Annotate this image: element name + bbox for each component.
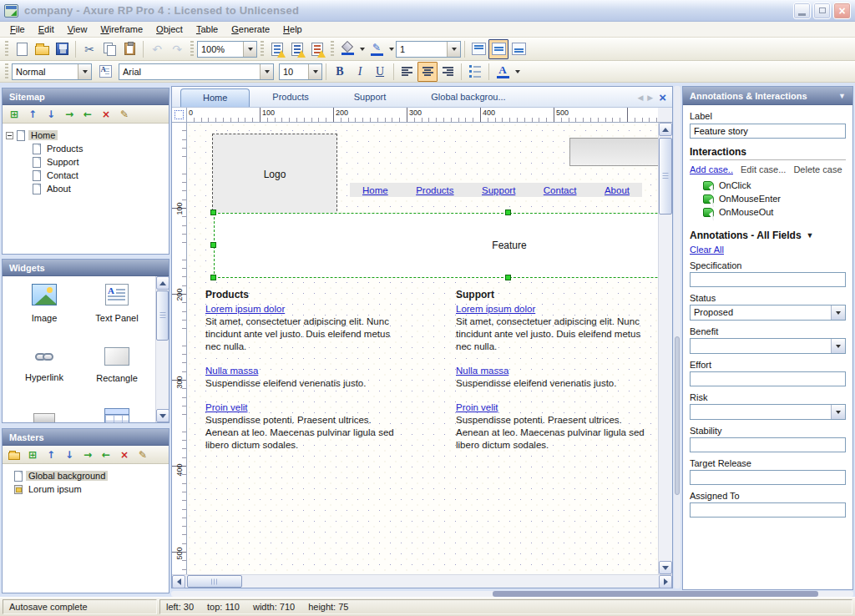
wireframe-canvas[interactable]: Logo Home Products Support Contact About… xyxy=(187,123,658,574)
generate-word-button[interactable] xyxy=(287,39,307,59)
event-onmouseout[interactable]: OnMouseOut xyxy=(703,205,846,219)
menu-generate[interactable]: Generate xyxy=(225,23,276,36)
scroll-down-button[interactable] xyxy=(659,561,672,574)
assigned-to-input[interactable] xyxy=(690,502,846,518)
tab-home[interactable]: Home xyxy=(180,88,250,107)
valign-middle-button[interactable] xyxy=(488,39,508,59)
canvas-horizontal-scrollbar[interactable] xyxy=(172,574,672,588)
products-column[interactable]: Products Lorem ipsum dolor Sit amet, con… xyxy=(205,289,449,462)
move-up-button[interactable]: ↑ xyxy=(24,107,41,122)
wire-link[interactable]: Lorem ipsum dolor xyxy=(456,303,535,316)
nav-link-home[interactable]: Home xyxy=(362,185,388,195)
font-size-combo[interactable]: 10 xyxy=(279,63,322,80)
edit-master-button[interactable]: ✎ xyxy=(134,447,151,462)
logo-placeholder[interactable]: Logo xyxy=(212,134,337,215)
tab-global-background[interactable]: Global backgrou... xyxy=(408,88,528,107)
scrollbar-thumb[interactable] xyxy=(156,290,169,341)
add-master-button[interactable]: ⊞ xyxy=(24,447,41,462)
support-column[interactable]: Support Lorem ipsum dolor Sit amet, cons… xyxy=(456,289,658,462)
selection-handle[interactable] xyxy=(210,242,216,248)
line-width-combo[interactable]: 1 xyxy=(396,41,461,58)
widget-image[interactable]: Image xyxy=(9,283,79,323)
scroll-right-button[interactable] xyxy=(659,575,672,588)
widget-table[interactable] xyxy=(82,406,152,423)
scroll-up-button[interactable] xyxy=(659,123,672,136)
font-color-button[interactable]: A xyxy=(493,62,513,82)
tree-item-contact[interactable]: Contact xyxy=(33,169,165,182)
copy-button[interactable] xyxy=(99,39,119,59)
canvas-vertical-scrollbar[interactable] xyxy=(658,123,672,574)
cut-button[interactable]: ✂ xyxy=(79,39,99,59)
risk-select[interactable] xyxy=(690,404,846,420)
line-color-button[interactable]: ✎ xyxy=(367,39,387,59)
move-down-button[interactable]: ↓ xyxy=(43,107,59,122)
scroll-up-button[interactable] xyxy=(156,276,169,290)
outdent-button[interactable]: ← xyxy=(98,447,114,462)
font-dropdown[interactable] xyxy=(260,64,273,79)
save-button[interactable] xyxy=(52,39,72,59)
nav-link-contact[interactable]: Contact xyxy=(544,185,577,195)
scrollbar-thumb[interactable] xyxy=(493,591,818,597)
line-color-dropdown[interactable] xyxy=(387,40,396,58)
widget-button[interactable] xyxy=(9,408,79,423)
indent-button[interactable]: → xyxy=(79,447,96,462)
bullet-list-button[interactable] xyxy=(465,62,485,82)
nav-link-support[interactable]: Support xyxy=(482,185,515,195)
menu-wireframe[interactable]: Wireframe xyxy=(94,23,149,36)
stability-input[interactable] xyxy=(690,437,846,452)
line-width-dropdown[interactable] xyxy=(447,42,460,57)
wire-link[interactable]: Proin velit xyxy=(205,401,248,414)
close-button[interactable]: × xyxy=(833,3,851,19)
selection-handle[interactable] xyxy=(505,275,511,280)
annotations-scrollbar[interactable] xyxy=(674,86,680,588)
widget-rectangle[interactable]: Rectangle xyxy=(82,345,152,383)
tree-item-support[interactable]: Support xyxy=(33,155,165,169)
tab-scroll-right-button[interactable]: ▶ xyxy=(646,93,654,102)
feature-rectangle-selected[interactable]: Feature xyxy=(214,213,658,278)
scroll-left-button[interactable] xyxy=(172,575,185,588)
gray-rectangle[interactable] xyxy=(569,138,658,166)
widget-hyperlink[interactable]: Hyperlink xyxy=(9,345,79,382)
valign-top-button[interactable] xyxy=(468,39,488,59)
minimize-button[interactable] xyxy=(793,3,811,19)
wire-link[interactable]: Nulla massa xyxy=(205,365,258,377)
nav-link-about[interactable]: About xyxy=(605,185,630,195)
style-combo[interactable]: Normal xyxy=(12,63,92,80)
scrollbar-thumb[interactable] xyxy=(675,336,680,495)
tree-item-products[interactable]: Products xyxy=(33,142,165,155)
tree-item-about[interactable]: About xyxy=(33,182,165,195)
redo-button[interactable]: ↷ xyxy=(167,39,187,59)
master-item-lorum-ipsum[interactable]: Lorum ipsum xyxy=(14,482,165,496)
delete-master-button[interactable]: × xyxy=(116,447,133,462)
tab-support[interactable]: Support xyxy=(331,88,409,107)
chevron-down-icon[interactable]: ▼ xyxy=(807,231,814,240)
menu-file[interactable]: File xyxy=(3,23,32,36)
selection-handle[interactable] xyxy=(505,210,511,215)
text-panel-style-button[interactable]: A xyxy=(95,62,115,82)
fill-color-dropdown[interactable] xyxy=(357,40,367,58)
status-select[interactable]: Proposed xyxy=(690,305,846,321)
edit-page-button[interactable]: ✎ xyxy=(116,107,133,122)
wire-link[interactable]: Proin velit xyxy=(456,401,498,414)
generate-html-button[interactable] xyxy=(267,39,287,59)
tab-scroll-left-button[interactable]: ◀ xyxy=(636,93,644,102)
widget-text-panel[interactable]: Text Panel xyxy=(82,283,152,323)
font-color-dropdown[interactable] xyxy=(513,63,522,81)
italic-button[interactable]: I xyxy=(350,62,370,82)
label-input[interactable] xyxy=(690,124,846,139)
bold-button[interactable]: B xyxy=(330,62,350,82)
select-dropdown-button[interactable] xyxy=(831,339,845,353)
delete-page-button[interactable]: × xyxy=(98,107,114,122)
add-case-link[interactable]: Add case.. xyxy=(690,164,733,174)
menu-help[interactable]: Help xyxy=(276,23,309,36)
event-onclick[interactable]: OnClick xyxy=(703,179,846,192)
fill-color-button[interactable] xyxy=(337,39,357,59)
selection-handle[interactable] xyxy=(210,275,216,280)
window-horizontal-scrollbar[interactable] xyxy=(171,591,853,597)
select-dropdown-button[interactable] xyxy=(831,405,845,419)
widgets-scrollbar[interactable] xyxy=(155,276,169,422)
align-left-button[interactable] xyxy=(397,62,417,82)
font-combo[interactable]: Arial xyxy=(119,63,274,80)
select-dropdown-button[interactable] xyxy=(831,305,845,320)
menu-table[interactable]: Table xyxy=(190,23,225,36)
